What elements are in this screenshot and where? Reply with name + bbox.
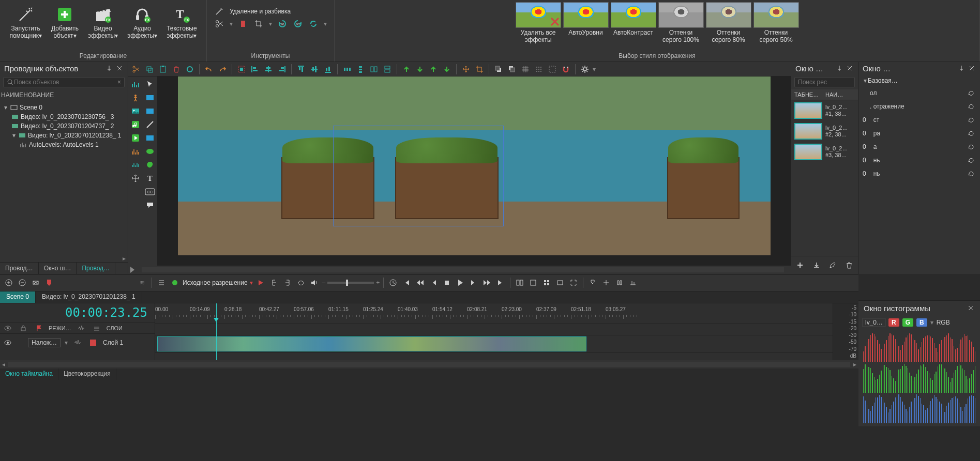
scissors-icon[interactable] xyxy=(214,19,224,29)
dist-h-icon[interactable] xyxy=(341,64,353,75)
loop-icon[interactable] xyxy=(295,277,307,288)
layer-color-icon[interactable] xyxy=(87,337,99,348)
bracket-in-icon[interactable] xyxy=(268,277,280,288)
grid-dots-icon[interactable] xyxy=(533,64,545,75)
delete-icon[interactable] xyxy=(171,64,182,75)
explorer-tab[interactable]: Окно ш… xyxy=(39,263,77,274)
split-view-icon[interactable] xyxy=(514,277,525,288)
style-gray50[interactable] xyxy=(753,2,799,28)
style-auto-contrast[interactable] xyxy=(611,2,656,28)
gear-icon[interactable] xyxy=(579,64,591,75)
step-back-icon[interactable] xyxy=(428,277,439,288)
same-width-icon[interactable] xyxy=(368,64,380,75)
timeline-tab[interactable]: Видео: lv_0_20230701201238_ 1 xyxy=(36,291,142,303)
resolution-label[interactable]: Исходное разрешение xyxy=(183,279,248,286)
tree-root[interactable]: ▾Scene 0 xyxy=(3,103,125,112)
zoom-fit-icon[interactable] xyxy=(30,277,41,288)
rect-outline-icon[interactable] xyxy=(144,132,156,144)
resources-search[interactable]: × xyxy=(794,77,855,87)
wave-icon[interactable] xyxy=(76,322,87,334)
reset-icon[interactable] xyxy=(967,142,976,151)
selection-rect[interactable] xyxy=(333,126,504,226)
rotate-right-icon[interactable]: 90 xyxy=(293,19,303,29)
goto-end-icon[interactable] xyxy=(495,277,506,288)
close-icon[interactable] xyxy=(968,305,975,312)
rect-fill-icon[interactable] xyxy=(144,92,156,103)
style-auto-levels[interactable] xyxy=(563,2,609,28)
person-tool-icon[interactable] xyxy=(130,92,141,103)
explorer-search-input[interactable] xyxy=(14,79,117,86)
download-icon[interactable] xyxy=(811,259,822,271)
timeline-layer-row[interactable]: Налож… ▾ Слой 1 xyxy=(0,333,155,351)
hscroll[interactable]: ▸ xyxy=(120,255,128,262)
rotate-left-icon[interactable]: 90 xyxy=(277,19,288,29)
bounds-icon[interactable] xyxy=(547,64,558,75)
refresh-icon[interactable] xyxy=(308,19,319,29)
cursor-tool-icon[interactable] xyxy=(144,79,156,90)
reset-icon[interactable] xyxy=(967,88,976,98)
resource-row[interactable]: lv_0_2…#1, 38… xyxy=(791,100,858,121)
speech-tool-icon[interactable] xyxy=(144,199,156,211)
record-icon[interactable] xyxy=(169,277,180,288)
arrow-down2-icon[interactable] xyxy=(441,64,453,75)
eq2-tool-icon[interactable] xyxy=(130,159,141,171)
timeline-hscroll[interactable]: ◂▸ xyxy=(0,360,858,368)
ellipse-tool-icon[interactable] xyxy=(144,146,156,157)
footer-tab[interactable]: Цветокоррекция xyxy=(58,368,116,380)
play-tri-icon[interactable] xyxy=(130,267,134,273)
pin-icon[interactable] xyxy=(958,65,966,72)
redo-icon[interactable] xyxy=(217,64,228,75)
single-view-icon[interactable] xyxy=(527,277,539,288)
play-icon[interactable] xyxy=(455,277,466,288)
image-tool-icon[interactable] xyxy=(130,105,141,117)
prop-row[interactable]: ол xyxy=(858,86,980,100)
snap4-icon[interactable] xyxy=(627,277,639,288)
layer-mode[interactable]: Налож… xyxy=(28,338,61,347)
marker-red-icon[interactable] xyxy=(238,19,248,29)
copy-icon[interactable] xyxy=(144,64,155,75)
wave-icon[interactable] xyxy=(72,337,83,348)
reset-icon[interactable] xyxy=(967,156,976,165)
same-height-icon[interactable] xyxy=(382,64,393,75)
zoom-out-icon[interactable] xyxy=(17,277,28,288)
tree-item[interactable]: Видео: lv_0_20230701204737_ 2 xyxy=(3,121,125,131)
crop2-icon[interactable] xyxy=(474,64,485,75)
wizard-button[interactable]: Запустить помощник▾ xyxy=(6,2,45,41)
video-fx-button[interactable]: FX Видео эффекты▾ xyxy=(85,2,121,41)
close-icon[interactable] xyxy=(969,65,976,72)
tree-item[interactable]: Видео: lv_0_20230701230756_ 3 xyxy=(3,112,125,121)
prop-row[interactable]: . отражение xyxy=(858,100,980,113)
arrow-up2-icon[interactable] xyxy=(428,64,439,75)
explorer-search[interactable]: × xyxy=(3,77,125,87)
reset-icon[interactable] xyxy=(967,169,976,178)
cc-tool-icon[interactable]: CC xyxy=(144,186,156,197)
explorer-tab[interactable]: Провод… xyxy=(0,263,39,274)
magnet-icon[interactable] xyxy=(560,64,571,75)
snap1-icon[interactable] xyxy=(587,277,598,288)
move-icon[interactable] xyxy=(460,64,472,75)
reset-icon[interactable] xyxy=(967,115,976,125)
align-vcenter-icon[interactable] xyxy=(309,64,320,75)
audio-fx-button[interactable]: FX Аудио эффекты▾ xyxy=(124,2,160,41)
align-bottom-icon[interactable] xyxy=(322,64,334,75)
move-tool-icon[interactable] xyxy=(130,173,141,184)
eq-tool-icon[interactable] xyxy=(130,146,141,157)
res-col-thumb[interactable]: ТАБНЕ… xyxy=(791,89,822,100)
chevrons-icon[interactable]: ≋ xyxy=(137,277,148,288)
ffwd-icon[interactable] xyxy=(481,277,493,288)
zoom-in-icon[interactable] xyxy=(3,277,14,288)
rewind-icon[interactable] xyxy=(414,277,426,288)
prop-row[interactable]: 0ст xyxy=(858,113,980,127)
layers-ico[interactable] xyxy=(91,322,102,334)
speaker-icon[interactable] xyxy=(309,277,320,288)
wand-small-icon[interactable] xyxy=(214,6,224,17)
dist-v-icon[interactable] xyxy=(355,64,366,75)
align-left-icon[interactable] xyxy=(249,64,261,75)
reset-icon[interactable] xyxy=(967,129,976,138)
layer-back-icon[interactable] xyxy=(506,64,518,75)
style-remove-fx[interactable] xyxy=(516,2,561,28)
snap3-icon[interactable] xyxy=(614,277,625,288)
text-tool-icon[interactable]: T xyxy=(144,173,156,184)
add-object-button[interactable]: Добавить объект▾ xyxy=(48,2,82,41)
grid-icon[interactable] xyxy=(520,64,531,75)
